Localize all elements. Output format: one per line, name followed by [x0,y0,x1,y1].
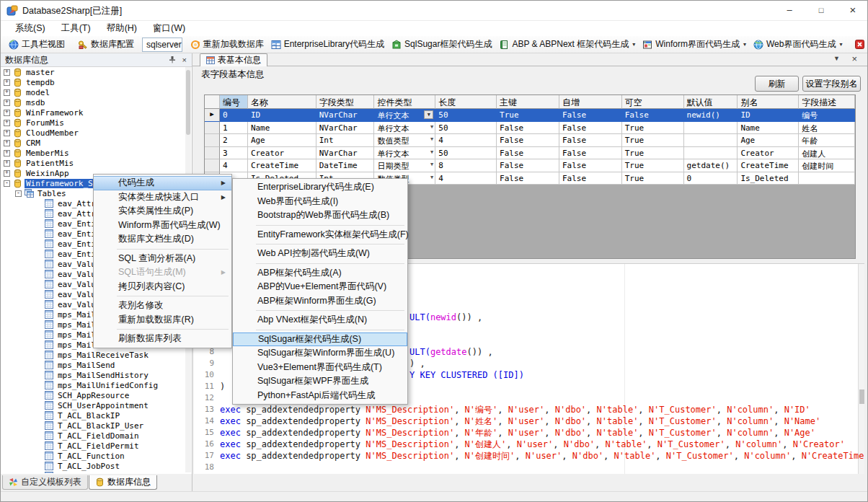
minimize-button[interactable]: – [774,1,805,21]
tree-item[interactable]: +msdb [1,97,185,107]
tree-item[interactable]: +tempdb [1,77,185,87]
menu-item[interactable]: 重新加载数据库(R) [94,313,231,327]
database-type-combo[interactable]: sqlserver▾ [142,38,182,52]
chevron-down-icon[interactable]: ▼ [833,55,840,62]
tree-item[interactable]: mps_MailSend [1,360,185,370]
grid-column-header[interactable]: 默认值 [684,95,738,109]
grid-cell[interactable]: False [497,159,559,172]
grid-cell[interactable]: 数值类型▼ [374,134,435,147]
grid-cell[interactable]: 4 [435,172,497,185]
menu-item[interactable]: SqlSugar框架代码生成(S) [233,333,407,347]
menu-item[interactable]: ABP的Vue+Element界面代码(V) [233,280,407,294]
grid-cell[interactable]: True [497,109,559,122]
menu-item[interactable]: SqlSugar框架WPF界面生成 [233,374,407,389]
grid-column-header[interactable]: 字段类型 [316,95,375,109]
tree-item[interactable]: T_ACL_FieldDomain [1,431,185,441]
grid-cell[interactable]: Age [248,134,316,147]
grid-cell[interactable]: 50 [435,109,497,122]
grid-cell[interactable] [684,134,738,147]
tree-item[interactable]: +master [1,67,185,77]
expand-icon[interactable]: + [4,110,10,116]
tree-item[interactable]: SCH_AppResource [1,390,185,400]
tree-item[interactable]: mps_MailSendHistory [1,370,185,380]
tree-item[interactable]: +CloudMember [1,128,185,138]
maximize-button[interactable]: □ [805,1,837,21]
menu-item[interactable]: 实体类生成快速入口▶ [94,190,231,205]
toolbar-button[interactable]: 重新加载数据库 [187,37,267,53]
dock-tab[interactable]: 数据库信息 [89,475,157,490]
collapse-icon[interactable]: - [15,190,22,197]
combo-dropdown-icon[interactable]: ▼ [430,162,433,167]
menu-item[interactable]: 实体类属性生成(P) [94,204,231,219]
grid-cell[interactable]: Name [738,122,799,135]
grid-cell[interactable]: False [559,134,622,147]
expand-icon[interactable]: + [4,130,10,136]
grid-column-header[interactable]: 编号 [220,95,248,109]
grid-cell[interactable]: 年龄 [799,134,855,147]
tree-item[interactable]: +PatientMis [1,158,185,168]
grid-cell[interactable]: ID [738,109,799,122]
tree-item[interactable]: T_ACL_LoginLog [1,471,185,473]
grid-cell[interactable]: 创建时间 [799,159,855,172]
menu-item[interactable]: 代码生成▶ [94,176,231,190]
menu-item[interactable]: ABP框架代码生成(A) [233,266,407,281]
tree-scrollbar-thumb[interactable] [186,70,190,135]
menu-item[interactable]: Bootstrap的Web界面代码生成(B) [233,208,407,223]
menu-bar-item[interactable]: 帮助(H) [99,21,144,36]
grid-column-header[interactable]: 别名 [738,95,799,109]
toolbar-button[interactable]: SqlSugar框架代码生成 [388,37,495,53]
refresh-button[interactable]: 刷新 [755,76,799,92]
grid-cell[interactable]: False [497,122,559,135]
grid-cell[interactable]: DateTime [316,159,375,172]
menu-item[interactable]: Vue3+Element界面代码生成(T) [233,361,407,375]
grid-cell[interactable]: False [559,122,622,135]
pin-icon[interactable] [169,56,176,63]
grid-cell[interactable]: 创建人 [799,147,855,160]
tree-item[interactable]: +CRM [1,138,185,148]
grid-cell[interactable]: newid() [684,109,738,122]
tree-item[interactable]: mps_MailReceiveTask [1,350,185,360]
toolbar-button[interactable]: Winform界面代码生成▾ [639,37,750,53]
close-button[interactable]: × [837,1,868,21]
grid-cell[interactable]: True [622,122,684,135]
grid-cell[interactable]: False [559,109,622,122]
grid-cell[interactable]: 单行文本▼ [374,147,435,160]
close-icon[interactable]: × [182,56,187,65]
grid-cell[interactable] [684,147,738,160]
menu-item[interactable]: Python+FastApi后端代码生成 [233,389,407,403]
menu-item[interactable]: ABP框架Winform界面生成(G) [233,294,407,309]
grid-cell[interactable]: 0 [684,172,738,185]
menu-item[interactable]: SqlSugar框架Winform界面生成(U) [233,346,407,361]
menu-bar-item[interactable]: 系统(S) [8,21,53,36]
grid-cell[interactable]: 50 [435,147,497,160]
menu-item[interactable]: Web API控制器代码生成(W) [233,247,407,261]
menu-item[interactable]: 表别名修改 [94,299,231,313]
tree-item[interactable]: SCH_UserAppointment [1,400,185,410]
grid-cell[interactable]: False [497,147,559,160]
grid-cell[interactable]: False [497,134,559,147]
combo-dropdown-icon[interactable]: ▼ [430,175,433,180]
grid-cell[interactable]: 3 [220,147,248,160]
grid-cell[interactable]: Creator [248,147,316,160]
grid-column-header[interactable]: 字段描述 [799,95,855,109]
menu-item[interactable]: Abp VNext框架代码生成(N) [233,313,407,327]
grid-cell[interactable]: Age [738,134,799,147]
tree-item[interactable]: T_ACL_BlackIP_User [1,420,185,431]
expand-icon[interactable]: + [4,140,10,146]
tree-item[interactable]: T_ACL_JobPost [1,461,185,471]
sql-scrollbar-thumb[interactable] [859,389,864,404]
grid-cell[interactable]: NVarChar [316,122,375,135]
grid-cell[interactable]: True [622,134,684,147]
grid-cell[interactable]: 单行文本▼ [374,122,435,135]
grid-cell[interactable]: True [622,159,684,172]
grid-column-header[interactable]: 名称 [248,95,316,109]
grid-cell[interactable]: 4 [220,159,248,172]
grid-row[interactable]: 4CreateTimeDateTime日期类型▼8FalseFalseTrueg… [205,159,855,172]
grid-cell[interactable]: 姓名 [799,122,855,135]
grid-cell[interactable]: False [497,172,559,185]
grid-cell[interactable]: False [559,172,622,185]
tree-item[interactable]: +MemberMis [1,148,185,158]
grid-row[interactable]: ▶0IDNVarChar单行文本▼50TrueFalseFalsenewid()… [205,109,855,122]
tree-item[interactable]: +WinFramework [1,107,185,118]
combo-dropdown-icon[interactable]: ▼ [430,149,433,155]
